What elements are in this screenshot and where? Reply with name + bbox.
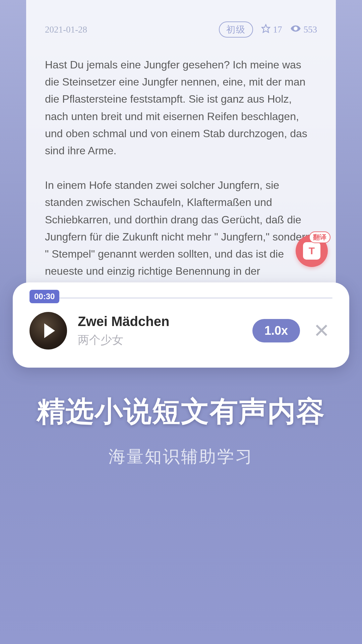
track-title: Zwei Mädchen — [78, 314, 242, 329]
player-body: Zwei Mädchen 两个少女 1.0x ✕ — [29, 312, 333, 350]
track-info: Zwei Mädchen 两个少女 — [78, 314, 242, 348]
track-subtitle: 两个少女 — [78, 332, 242, 348]
time-badge: 00:30 — [29, 290, 59, 303]
view-count: 553 — [304, 24, 317, 35]
promo-title: 精选小说短文有声内容 — [0, 392, 362, 431]
article-date: 2021-01-28 — [45, 24, 87, 35]
level-badge[interactable]: 初级 — [219, 21, 253, 38]
article-meta-right: 初级 17 553 — [219, 21, 317, 38]
svg-marker-0 — [262, 24, 269, 32]
translate-icon: T — [303, 242, 320, 260]
article-paragraph: Hast Du jemals eine Jungfer gesehen? Ich… — [45, 56, 317, 159]
svg-point-1 — [294, 27, 297, 30]
translate-button[interactable]: T 翻译 — [296, 235, 328, 267]
progress-track — [29, 297, 333, 299]
track-thumbnail[interactable] — [29, 312, 67, 350]
view-stat: 553 — [290, 23, 317, 36]
progress-row[interactable]: 00:30 — [29, 296, 333, 300]
article-card: 2021-01-28 初级 17 553 Hast Du jemals eine… — [26, 0, 336, 292]
star-stat[interactable]: 17 — [261, 24, 282, 36]
audio-player-card: 00:30 Zwei Mädchen 两个少女 1.0x ✕ — [13, 282, 349, 368]
close-icon[interactable]: ✕ — [311, 321, 333, 340]
play-icon — [29, 312, 67, 350]
article-body[interactable]: Hast Du jemals eine Jungfer gesehen? Ich… — [45, 56, 317, 292]
article-meta-row: 2021-01-28 初级 17 553 — [45, 21, 317, 38]
promo-section: 精选小说短文有声内容 海量知识辅助学习 — [0, 392, 362, 468]
star-count: 17 — [273, 24, 282, 35]
translate-tag: 翻译 — [309, 231, 330, 243]
star-icon — [261, 24, 270, 36]
article-paragraph: In einem Hofe standen zwei solcher Jungf… — [45, 177, 317, 292]
eye-icon — [290, 23, 301, 36]
promo-subtitle: 海量知识辅助学习 — [0, 445, 362, 468]
playback-speed-button[interactable]: 1.0x — [252, 319, 300, 342]
